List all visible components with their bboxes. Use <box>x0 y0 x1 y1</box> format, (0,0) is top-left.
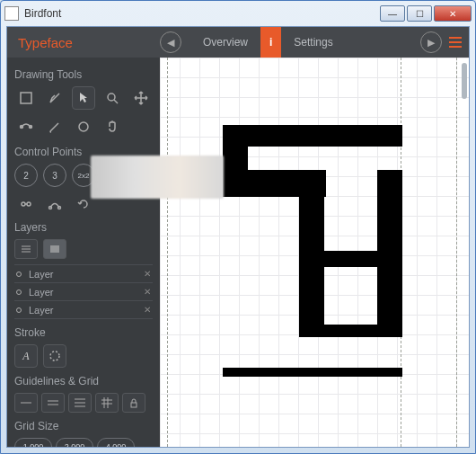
window-title: Birdfont <box>24 7 380 20</box>
canvas[interactable] <box>160 58 469 447</box>
layer-delete-icon[interactable]: ✕ <box>144 305 151 315</box>
sidebar: Drawing Tools Control Points 2 3 2x <box>7 58 160 447</box>
glyph-shape[interactable] <box>223 125 411 377</box>
layer-view-stack[interactable] <box>43 239 66 259</box>
layer-item[interactable]: Layer✕ <box>14 264 153 282</box>
tool-node[interactable] <box>14 115 38 138</box>
section-gridsize: Grid Size <box>14 420 153 432</box>
tool-rectangle[interactable] <box>14 86 38 110</box>
gridsize-4[interactable]: 4.000 <box>97 438 135 447</box>
brand-label: Typeface <box>7 35 160 50</box>
layer-name: Layer <box>29 287 54 298</box>
close-button[interactable]: ✕ <box>434 5 472 22</box>
layer-name: Layer <box>29 305 54 316</box>
guide-double-button[interactable] <box>41 393 65 413</box>
stroke-refresh-button[interactable] <box>43 344 66 368</box>
section-layers: Layers <box>14 221 153 234</box>
back-icon[interactable]: ◀ <box>160 31 181 53</box>
stroke-style-button[interactable]: A <box>14 344 38 368</box>
layer-item[interactable]: Layer✕ <box>14 300 153 318</box>
svg-point-4 <box>79 122 88 131</box>
cp-curve-icon[interactable] <box>43 192 66 216</box>
tool-circle[interactable] <box>72 115 95 138</box>
layer-item[interactable]: Layer✕ <box>14 282 153 300</box>
tool-brush[interactable] <box>43 115 66 138</box>
svg-point-2 <box>21 126 23 129</box>
guide-lines-button[interactable] <box>68 393 92 413</box>
top-toolbar: Typeface ◀ Overview i Settings ▶ <box>7 27 469 58</box>
section-stroke: Stroke <box>14 326 153 339</box>
layer-name: Layer <box>29 269 54 280</box>
tool-move[interactable] <box>129 86 153 110</box>
app-icon <box>4 6 19 21</box>
window-titlebar: Birdfont — ☐ ✕ <box>1 1 475 26</box>
guide-left[interactable] <box>167 58 168 447</box>
tab-overview[interactable]: Overview <box>190 27 260 58</box>
layer-visibility-icon[interactable] <box>16 272 22 277</box>
layer-delete-icon[interactable]: ✕ <box>144 269 151 279</box>
vertical-scrollbar[interactable] <box>462 63 467 99</box>
cp-option-3[interactable]: 3 <box>43 164 66 187</box>
cp-option-2[interactable]: 2 <box>14 164 38 187</box>
svg-point-6 <box>27 202 31 206</box>
svg-point-3 <box>30 126 32 129</box>
svg-point-5 <box>22 202 25 206</box>
tool-hand[interactable] <box>101 115 124 138</box>
tool-zoom[interactable] <box>101 86 124 110</box>
section-drawing-tools: Drawing Tools <box>14 68 153 81</box>
svg-point-1 <box>108 93 115 101</box>
minimize-button[interactable]: — <box>380 5 405 22</box>
tool-pen[interactable] <box>43 86 66 110</box>
gridsize-1[interactable]: 1.000 <box>14 438 52 447</box>
maximize-button[interactable]: ☐ <box>407 5 432 22</box>
guide-grid-button[interactable] <box>95 393 119 413</box>
gridsize-2[interactable]: 2.000 <box>56 438 93 447</box>
cp-link-icon[interactable] <box>14 192 38 216</box>
section-guidelines: Guidelines & Grid <box>14 375 153 387</box>
tab-glyph[interactable]: i <box>260 27 281 58</box>
svg-point-9 <box>50 352 59 361</box>
layer-visibility-icon[interactable] <box>16 289 22 295</box>
svg-rect-10 <box>131 403 137 407</box>
guide-lock-button[interactable] <box>122 393 145 413</box>
guide-far[interactable] <box>456 58 457 447</box>
tooltip-blur <box>91 156 224 199</box>
svg-rect-0 <box>21 93 31 103</box>
guide-single-button[interactable] <box>14 393 38 413</box>
forward-icon[interactable]: ▶ <box>420 31 442 53</box>
menu-icon[interactable] <box>449 37 462 48</box>
tab-settings[interactable]: Settings <box>281 27 345 58</box>
layer-visibility-icon[interactable] <box>16 307 22 313</box>
tool-pointer[interactable] <box>72 86 95 110</box>
layer-view-list[interactable] <box>14 239 38 259</box>
layer-delete-icon[interactable]: ✕ <box>144 287 151 297</box>
